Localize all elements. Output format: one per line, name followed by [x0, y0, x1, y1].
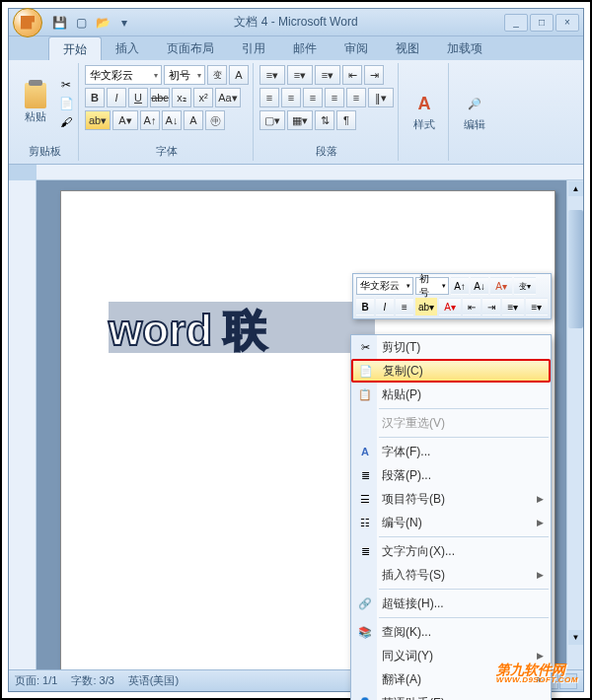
numbering-button[interactable]: ≡▾: [287, 65, 313, 85]
ctx-copy[interactable]: 📄 复制(C): [351, 359, 551, 383]
tab-references[interactable]: 引用: [228, 36, 279, 60]
page-indicator[interactable]: 页面: 1/1: [15, 673, 57, 688]
assistant-icon: 👤: [356, 694, 374, 700]
align-center-button[interactable]: ≡: [281, 88, 301, 107]
office-button[interactable]: [13, 8, 42, 37]
maximize-button[interactable]: □: [530, 14, 554, 32]
mini-bold[interactable]: B: [356, 298, 374, 315]
save-icon[interactable]: 💾: [50, 14, 68, 32]
ctx-bullets[interactable]: ☰ 项目符号(B) ▶: [351, 487, 551, 511]
paste-button[interactable]: 粘贴: [16, 65, 55, 142]
vertical-ruler[interactable]: [9, 180, 37, 685]
find-icon: 🔎: [463, 92, 486, 115]
qat-dropdown-icon[interactable]: ▾: [115, 14, 133, 32]
tab-mail[interactable]: 邮件: [279, 36, 331, 60]
shading-button[interactable]: ▢▾: [259, 110, 285, 130]
mini-highlight[interactable]: ab▾: [415, 298, 437, 315]
ctx-numbering[interactable]: ☷ 编号(N) ▶: [351, 511, 551, 534]
phonetic-guide-button[interactable]: 变: [207, 65, 227, 85]
show-marks-button[interactable]: ¶: [336, 110, 356, 130]
paragraph-icon: ≣: [356, 466, 374, 484]
mini-font-color[interactable]: A▾: [439, 298, 461, 315]
shrink-font-button[interactable]: A↓: [162, 110, 182, 130]
grow-font-button[interactable]: A↑: [140, 110, 160, 130]
borders-button[interactable]: ▦▾: [287, 110, 313, 130]
ctx-paragraph[interactable]: ≣ 段落(P)...: [351, 463, 551, 487]
ctx-hyperlink[interactable]: 🔗 超链接(H)...: [351, 592, 551, 615]
editing-button[interactable]: 🔎 编辑: [455, 65, 494, 159]
char-shading-button[interactable]: A: [184, 110, 203, 130]
scroll-thumb[interactable]: [568, 210, 583, 328]
sort-button[interactable]: ⇅: [315, 110, 334, 130]
vertical-scrollbar[interactable]: ▲ ▼: [566, 180, 583, 685]
ctx-paste[interactable]: 📋 粘贴(P): [351, 383, 551, 406]
scroll-up-icon[interactable]: ▲: [568, 181, 583, 196]
horizontal-ruler[interactable]: [37, 165, 583, 180]
tab-page-layout[interactable]: 页面布局: [153, 36, 228, 60]
mini-toolbar: 华文彩云 初号 A↑ A↓ A▾ 变▾ B I ≡ ab▾ A▾ ⇤ ⇥ ≡▾ …: [352, 273, 552, 319]
italic-button[interactable]: I: [107, 88, 126, 107]
styles-button[interactable]: A 样式: [405, 65, 444, 159]
mini-italic[interactable]: I: [376, 298, 394, 315]
line-spacing-button[interactable]: ‖▾: [368, 88, 394, 107]
cut-icon[interactable]: ✂: [58, 77, 74, 93]
mini-indent-dec[interactable]: ⇤: [463, 298, 481, 315]
highlight-button[interactable]: A▾: [112, 110, 138, 130]
mini-bullets[interactable]: ≡▾: [502, 298, 524, 315]
clear-format-button[interactable]: ab▾: [85, 110, 111, 130]
tab-review[interactable]: 审阅: [331, 36, 382, 60]
mini-shrink-font[interactable]: A↓: [471, 277, 488, 295]
mini-phonetic[interactable]: 变▾: [514, 277, 536, 295]
ctx-font[interactable]: A 字体(F)...: [351, 440, 551, 463]
distributed-button[interactable]: ≡: [346, 88, 366, 107]
scroll-down-icon[interactable]: ▼: [568, 630, 583, 645]
ctx-cut[interactable]: ✂ 剪切(T): [351, 335, 551, 359]
underline-button[interactable]: U: [128, 88, 148, 107]
new-icon[interactable]: ▢: [72, 14, 90, 32]
separator: [379, 589, 549, 590]
subscript-button[interactable]: x₂: [172, 88, 191, 107]
copy-icon[interactable]: 📄: [58, 96, 74, 111]
mini-center[interactable]: ≡: [396, 298, 413, 315]
cut-icon: ✂: [356, 338, 374, 356]
align-right-button[interactable]: ≡: [303, 88, 323, 107]
close-button[interactable]: ×: [555, 14, 579, 32]
language-indicator[interactable]: 英语(美国): [128, 673, 179, 688]
group-paragraph: ≡▾ ≡▾ ≡▾ ⇤ ⇥ ≡ ≡ ≡ ≡ ≡ ‖▾ ▢▾ ▦▾ ⇅: [256, 63, 399, 161]
tab-view[interactable]: 视图: [382, 36, 433, 60]
mini-font-name[interactable]: 华文彩云: [356, 277, 413, 295]
decrease-indent-button[interactable]: ⇤: [342, 65, 362, 85]
char-border-button[interactable]: A: [229, 65, 249, 85]
format-painter-icon[interactable]: 🖌: [58, 114, 74, 130]
mini-indent-inc[interactable]: ⇥: [482, 298, 500, 315]
mini-numbering[interactable]: ≡▾: [526, 298, 548, 315]
window-controls: _ □ ×: [504, 14, 579, 32]
tab-addins[interactable]: 加载项: [433, 36, 496, 60]
document-text[interactable]: word 联: [109, 302, 267, 360]
ctx-text-direction[interactable]: ≣ 文字方向(X)...: [351, 539, 551, 563]
font-size-combo[interactable]: 初号: [164, 65, 205, 85]
align-left-button[interactable]: ≡: [259, 88, 279, 107]
bold-button[interactable]: B: [85, 88, 105, 107]
ctx-hanzi-reselect: 汉字重选(V): [351, 411, 551, 435]
change-case-button[interactable]: Aa▾: [215, 88, 241, 107]
word-count[interactable]: 字数: 3/3: [71, 673, 113, 688]
bullets-button[interactable]: ≡▾: [259, 65, 285, 85]
mini-font-size[interactable]: 初号: [415, 277, 449, 295]
minimize-button[interactable]: _: [504, 14, 528, 32]
mini-grow-font[interactable]: A↑: [451, 277, 469, 295]
ctx-insert-symbol[interactable]: 插入符号(S) ▶: [351, 563, 551, 587]
superscript-button[interactable]: x²: [193, 88, 213, 107]
tab-home[interactable]: 开始: [48, 36, 102, 60]
increase-indent-button[interactable]: ⇥: [364, 65, 384, 85]
font-name-combo[interactable]: 华文彩云: [85, 65, 162, 85]
enclose-button[interactable]: ㊥: [205, 110, 225, 130]
ctx-lookup[interactable]: 📚 查阅(K)...: [351, 620, 551, 644]
justify-button[interactable]: ≡: [325, 88, 344, 107]
mini-styles[interactable]: A▾: [490, 277, 512, 295]
ctx-english-assistant[interactable]: 👤 英语助手(E): [351, 691, 551, 700]
open-icon[interactable]: 📂: [94, 14, 111, 32]
strike-button[interactable]: abc: [150, 88, 170, 107]
tab-insert[interactable]: 插入: [102, 36, 153, 60]
multilevel-button[interactable]: ≡▾: [315, 65, 340, 85]
